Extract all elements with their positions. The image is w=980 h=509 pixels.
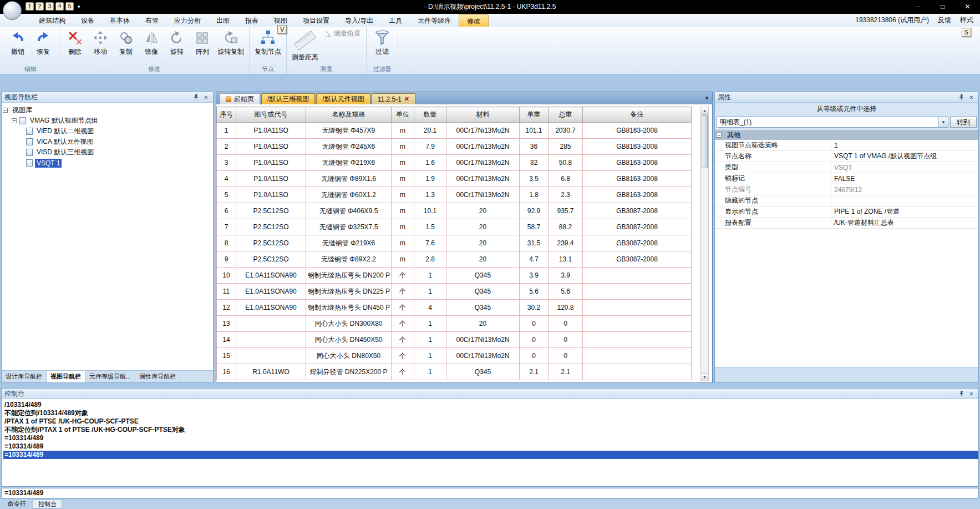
column-header[interactable]: 单重 [520,107,549,123]
scroll-down-icon[interactable]: ▼ [701,373,708,381]
document-tab[interactable]: 起始页 [220,93,260,104]
collapse-icon[interactable] [717,133,722,138]
close-panel-icon[interactable]: ✕ [967,390,976,397]
close-button[interactable]: ✕ [955,0,980,14]
scroll-up-icon[interactable]: ▲ [701,107,708,115]
vertical-scrollbar[interactable]: ▲ ▼ [700,107,709,381]
table-row[interactable]: 11E1.0A11SONA90钢制无缝热压弯头 DN225 P个1Q3455.6… [217,284,692,300]
document-tab[interactable]: /默认三维视图 [261,93,315,104]
ribbon-tab[interactable]: 布管 [138,14,166,27]
table-row[interactable]: 12E1.0A11SONA90钢制无缝热压弯头 DN450 P个4Q34530.… [217,300,692,316]
pin-icon[interactable] [957,93,966,101]
ribbon-tab[interactable]: 报表 [237,14,266,27]
table-row[interactable]: 1P1.0A11SO无缝钢管 Φ457X9m20.100Cr17Ni13Mo2N… [217,123,692,139]
table-row[interactable]: 16R1.0A11WO焊制异径管 DN225X200 P个1Q3452.12.1 [217,364,692,380]
qat-dropdown-icon[interactable]: ▾ [78,4,80,9]
column-header[interactable]: 材料 [446,107,520,123]
console-tab[interactable]: 控制台 [33,500,62,508]
ribbon-tab[interactable]: 工具 [381,14,410,27]
command-input[interactable]: =103314/489 [1,488,979,498]
qat-button-3[interactable]: 3 [45,2,54,11]
minimize-button[interactable]: ─ [905,0,930,14]
property-row[interactable]: 显示的节点PIPE 1 of ZONE /管道 [715,206,978,218]
filter-button[interactable]: 过滤 [369,28,395,58]
qat-button-4[interactable]: 4 [55,2,64,11]
column-header[interactable]: 总重 [549,107,583,123]
ribbon-tab[interactable]: 建筑结构 [31,14,73,27]
close-panel-icon[interactable]: ✕ [202,93,210,101]
pin-icon[interactable] [192,93,200,101]
console-line[interactable]: =103314/489 [3,442,978,451]
console-line[interactable]: =103314/489 [3,434,978,442]
ribbon-tab[interactable]: 元件等级库 [410,14,459,27]
goto-button[interactable]: 转到 [950,117,977,128]
column-header[interactable]: 名称及规格 [306,107,392,123]
collapse-icon[interactable] [12,118,17,123]
table-row[interactable]: 9P2.5C12SO无缝钢管 Φ89X2.2m2.8204.713.1GB308… [217,251,692,268]
scrollbar-thumb[interactable] [702,115,708,168]
property-row[interactable]: 报表配置/UK-管道材料汇总表 [715,218,978,229]
undo-button[interactable]: 撤销 [5,28,31,58]
tab-close-icon[interactable]: ✕ [404,95,409,103]
table-row[interactable]: 10E1.0A11SONA90钢制无缝热压弯头 DN200 P个1Q3453.9… [217,268,692,284]
qat-button-2[interactable]: 2 [35,2,44,11]
property-group-other[interactable]: 其他 [715,130,978,140]
document-tab[interactable]: /默认元件视图 [316,93,370,104]
qat-button-1[interactable]: 1 [26,2,34,11]
table-row[interactable]: 14同心大小头 DN450X50个100Cr17Ni13Mo2N00 [217,332,692,348]
property-row[interactable]: 类型VSQT [715,162,978,173]
table-row[interactable]: 15同心大小头 DN80X50个100Cr17Ni13Mo2N00 [217,348,692,364]
table-row[interactable]: 8P2.5C12SO无缝钢管 Φ219X6m7.62031.5239.4GB30… [217,235,692,251]
console-tab[interactable]: 命令行 [3,500,31,508]
ribbon-tab[interactable]: 应力分析 [166,14,209,27]
delete-button[interactable]: 删除 [62,28,88,58]
pin-icon[interactable] [957,390,966,397]
style-button[interactable]: 样式 [960,16,973,25]
tree-node-group[interactable]: VMAG 默认视图节点组 [3,115,212,126]
app-menu-button[interactable] [3,1,22,20]
console-line[interactable]: =103314/489 [3,451,978,459]
column-header[interactable]: 单位 [392,107,414,123]
copy-button[interactable]: 复制 [113,28,139,58]
collapse-icon[interactable] [3,108,8,113]
measure-angle-button[interactable]: 测量角度 [321,28,363,39]
tree-node-item[interactable]: VIED 默认二维视图 [3,126,212,137]
console-line[interactable]: /PTAX 1 of PTSE /UK-HG-COUP-SCF-PTSE [3,417,978,426]
property-row[interactable]: 视图节点筛选策略1 [715,140,978,151]
table-row[interactable]: 5P1.0A11SO无缝钢管 Φ60X1.2m1.300Cr17Ni13Mo2N… [217,187,692,203]
property-row[interactable]: 锁标记FALSE [715,173,978,184]
tree-node-item[interactable]: VICA 默认元件视图 [3,137,212,147]
move-button[interactable]: 移动 [88,28,113,58]
ribbon-tab[interactable]: 出图 [209,14,237,27]
document-tab[interactable]: 11.2.5-1✕ [372,93,415,104]
tree-node-root[interactable]: 视图库 [3,105,212,115]
table-row[interactable]: 4P1.0A11SO无缝钢管 Φ89X1.6m1.900Cr17Ni13Mo2N… [217,171,692,187]
column-header[interactable]: 序号 [217,107,236,123]
mirror-button[interactable]: 镜像 [139,28,164,58]
tab-overflow-icon[interactable]: ▼ [704,95,709,101]
tree-node-item[interactable]: VISD 默认三维视图 [3,147,212,158]
column-header[interactable]: 图号或代号 [236,107,306,123]
console-line[interactable]: 不能定位到/103314/489对象 [3,409,978,417]
ribbon-tab[interactable]: 导入/导出 [337,14,381,27]
tree-node-item[interactable]: VSQT 1 [3,158,212,168]
table-row[interactable]: 7P2.5C12SO无缝钢管 Φ325X7.5m1.52058.788.2GB3… [217,219,692,235]
ribbon-tab[interactable]: 修改 [459,14,489,27]
navigator-tab[interactable]: 视图导航栏 [47,371,85,382]
navigator-tab[interactable]: 设计库导航栏 [2,371,47,382]
measure-distance-button[interactable]: 测量距离 [290,28,321,64]
maximize-button[interactable]: □ [930,0,955,14]
table-row[interactable]: 2P1.0A11SO无缝钢管 Φ245X6m7.900Cr17Ni13Mo2N3… [217,139,692,155]
column-header[interactable]: 数量 [414,107,446,123]
ribbon-tab[interactable]: 设备 [73,14,102,27]
chevron-down-icon[interactable]: ▼ [938,117,948,127]
close-panel-icon[interactable]: ✕ [967,93,976,101]
array-button[interactable]: 阵列 [190,28,215,58]
ribbon-tab[interactable]: 基本体 [102,14,138,27]
qat-button-5[interactable]: 5 [65,2,74,11]
property-row[interactable]: 隐藏的节点 [715,195,978,206]
property-row[interactable]: 节点编号24679/12 [715,184,978,195]
property-row[interactable]: 节点名称VSQT 1 of VMAG /默认视图节点组 [715,151,978,162]
schedule-select[interactable]: 明细表_(1) ▼ [717,117,948,128]
ribbon-tab[interactable]: 项目设置 [295,14,337,27]
